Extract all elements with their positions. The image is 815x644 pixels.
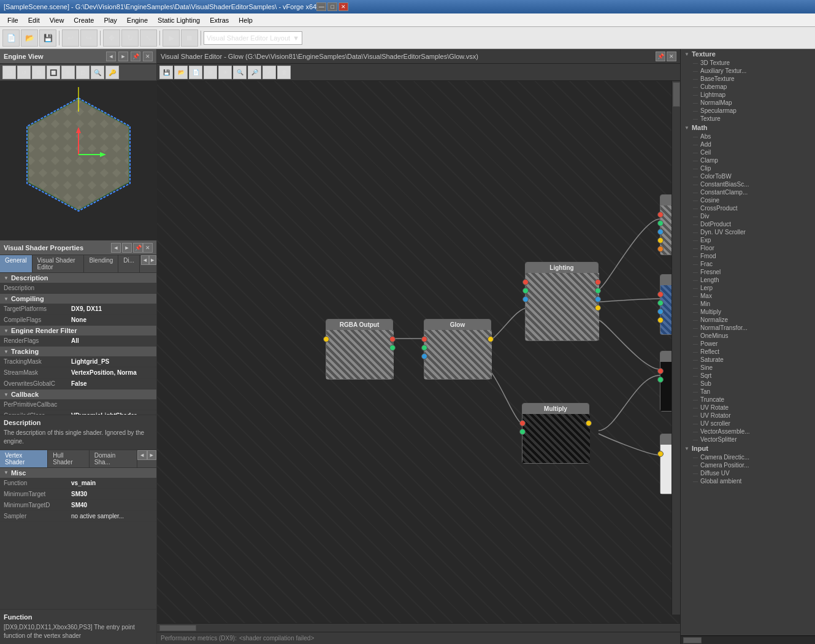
section-engine-render[interactable]: Engine Render Filter: [0, 326, 156, 335]
connector-dot[interactable]: [657, 300, 664, 306]
connector-dot[interactable]: [421, 336, 427, 342]
right-panel-scrollbar-h[interactable]: [681, 635, 815, 644]
tab-vertex-shader[interactable]: Vertex Shader: [0, 450, 48, 467]
menu-create[interactable]: Create: [69, 15, 99, 25]
tree-item-clip[interactable]: Clip: [681, 164, 815, 172]
tree-item-cosine[interactable]: Cosine: [681, 196, 815, 204]
tree-item-add[interactable]: Add: [681, 140, 815, 148]
menu-engine[interactable]: Engine: [122, 15, 153, 25]
connector-dot[interactable]: [657, 451, 664, 457]
tree-item-div[interactable]: Div: [681, 212, 815, 220]
h-scrollbar-thumb[interactable]: [159, 625, 196, 631]
connector-dot[interactable]: [657, 237, 664, 243]
se-save[interactable]: 💾: [159, 66, 173, 79]
tree-item-floor[interactable]: Floor: [681, 244, 815, 252]
tree-item-lerp[interactable]: Lerp: [681, 284, 815, 292]
tree-section-header-input[interactable]: Input: [681, 443, 815, 453]
connector-dot[interactable]: [421, 353, 427, 359]
tree-item-tan[interactable]: Tan: [681, 388, 815, 396]
close-button[interactable]: ✕: [339, 2, 348, 11]
tree-item-vector-assemble[interactable]: VectorAssemble...: [681, 427, 815, 435]
connector-dot[interactable]: [522, 279, 529, 285]
tree-item-constant-clamp[interactable]: ConstantClamp...: [681, 188, 815, 196]
props-close[interactable]: ✕: [143, 243, 153, 253]
connector-dot[interactable]: [519, 420, 526, 426]
open-button[interactable]: 📂: [21, 29, 38, 47]
tree-item-dot-product[interactable]: DotProduct: [681, 220, 815, 228]
new-button[interactable]: 📄: [2, 29, 20, 47]
tree-item-base-texture[interactable]: BaseTexture: [681, 75, 815, 83]
tree-item-clamp[interactable]: Clamp: [681, 156, 815, 164]
tree-section-header-math[interactable]: Math: [681, 123, 815, 132]
tree-item-saturate[interactable]: Saturate: [681, 356, 815, 364]
shader-tab-nav2[interactable]: ►: [147, 450, 157, 460]
tree-item-cross-product[interactable]: CrossProduct: [681, 204, 815, 212]
tab-visual-shader-editor[interactable]: Visual Shader Editor: [33, 255, 85, 272]
connector-dot[interactable]: [657, 377, 664, 383]
connector-dot[interactable]: [657, 309, 664, 315]
ev-tool-1[interactable]: ⬡: [2, 66, 16, 79]
connector-dot[interactable]: [586, 420, 592, 426]
tree-item-truncate[interactable]: Truncate: [681, 396, 815, 404]
menu-static-lighting[interactable]: Static Lighting: [153, 15, 205, 25]
connector-dot[interactable]: [657, 220, 664, 226]
scrollbar-thumb[interactable]: [673, 82, 680, 107]
se-delete[interactable]: 🗑: [277, 66, 291, 79]
se-new[interactable]: 📄: [189, 66, 202, 79]
tree-item-diffuse-uv[interactable]: Diffuse UV: [681, 469, 815, 477]
se-compile[interactable]: ⚙: [204, 66, 217, 79]
tree-item-normalize[interactable]: Normalize: [681, 316, 815, 324]
connector-dot[interactable]: [323, 336, 329, 342]
tree-item-uv-rotate[interactable]: UV Rotate: [681, 404, 815, 412]
tree-section-header-texture[interactable]: Texture: [681, 49, 815, 59]
tree-item-constant-bias-sc[interactable]: ConstantBiasSc...: [681, 180, 815, 188]
engine-view-nav-left[interactable]: ◄: [106, 52, 116, 61]
move-button[interactable]: ✥: [103, 29, 120, 47]
tree-item-sqrt[interactable]: Sqrt: [681, 372, 815, 380]
ev-tool-3[interactable]: ⚙: [32, 66, 45, 79]
props-tab-nav2[interactable]: ►: [149, 255, 156, 265]
tree-item-ceil[interactable]: Ceil: [681, 148, 815, 156]
connector-dot[interactable]: [522, 296, 529, 302]
section-misc[interactable]: Misc: [0, 468, 156, 478]
tab-di[interactable]: Di...: [118, 255, 140, 272]
ev-tool-2[interactable]: ↺: [17, 66, 31, 79]
menu-view[interactable]: View: [45, 15, 69, 25]
se-fit[interactable]: ⤢: [262, 66, 276, 79]
tree-item-specularmap[interactable]: Specularmap: [681, 107, 815, 115]
engine-view-pin[interactable]: 📌: [131, 52, 140, 61]
props-nav-right[interactable]: ►: [122, 243, 132, 253]
connector-dot[interactable]: [389, 336, 396, 342]
tree-item-exp[interactable]: Exp: [681, 236, 815, 244]
tree-item-uv-rotator[interactable]: UV Rotator: [681, 412, 815, 420]
node-glow[interactable]: Glow: [424, 319, 491, 380]
maximize-button[interactable]: □: [327, 2, 337, 11]
menu-extras[interactable]: Extras: [205, 15, 234, 25]
right-panel-h-thumb[interactable]: [683, 637, 702, 643]
connector-dot[interactable]: [657, 291, 664, 297]
shader-scrollbar-h[interactable]: [157, 623, 680, 632]
tree-item-power[interactable]: Power: [681, 340, 815, 348]
scale-button[interactable]: ⤡: [140, 29, 157, 47]
tree-item-length[interactable]: Length: [681, 276, 815, 284]
vertical-scrollbar[interactable]: [672, 81, 680, 615]
section-compiling[interactable]: Compiling: [0, 294, 156, 304]
ev-tool-4[interactable]: 🔲: [47, 66, 60, 79]
section-tracking[interactable]: Tracking: [0, 347, 156, 356]
tree-item-abs[interactable]: Abs: [681, 132, 815, 140]
props-pin[interactable]: 📌: [133, 243, 143, 253]
tree-item-cubemap[interactable]: Cubemap: [681, 83, 815, 91]
tree-item-camera-position[interactable]: Camera Positior...: [681, 461, 815, 469]
tree-item-normalmap[interactable]: NormalMap: [681, 99, 815, 107]
layout-dropdown[interactable]: Visual Shader Editor Layout ▼: [204, 31, 302, 45]
undo-button[interactable]: ↩: [62, 29, 79, 47]
tree-item-multiply[interactable]: Multiply: [681, 308, 815, 316]
tree-item-reflect[interactable]: Reflect: [681, 348, 815, 356]
tab-general[interactable]: General: [0, 255, 33, 272]
se-open[interactable]: 📂: [174, 66, 188, 79]
rotate-button[interactable]: ↻: [121, 29, 139, 47]
ev-tool-7[interactable]: 🔍: [91, 66, 104, 79]
ev-tool-6[interactable]: ⊡: [76, 66, 90, 79]
menu-edit[interactable]: Edit: [23, 15, 45, 25]
tab-blending[interactable]: Blending: [84, 255, 118, 272]
